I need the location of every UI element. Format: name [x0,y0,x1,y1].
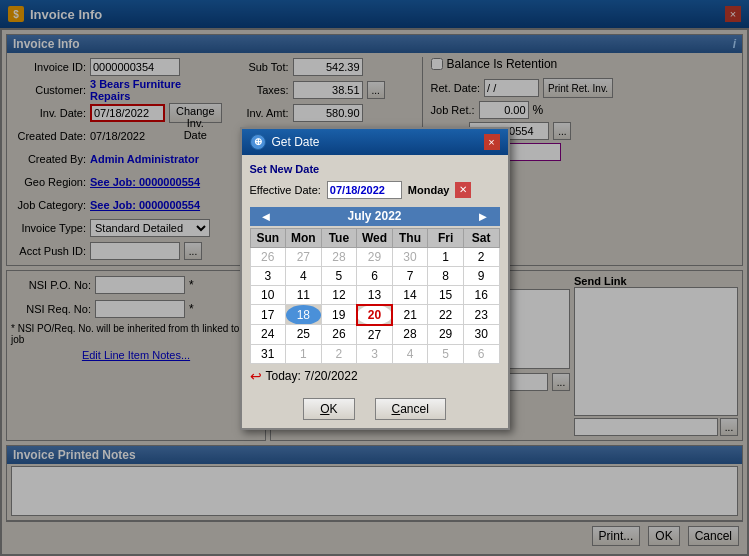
calendar-day[interactable]: 31 [250,344,286,363]
prev-month-button[interactable]: ◄ [256,209,277,224]
calendar-day[interactable]: 19 [321,305,357,325]
next-month-button[interactable]: ► [473,209,494,224]
weekday-header: Sat [463,228,499,247]
weekday-header: Mon [286,228,322,247]
weekday-header: Thu [392,228,428,247]
calendar-day[interactable]: 5 [321,266,357,285]
dialog-icon: ⊕ [250,134,266,150]
today-icon: ↩ [250,368,262,384]
calendar-day[interactable]: 27 [357,325,393,345]
weekday-header: Sun [250,228,286,247]
calendar-day[interactable]: 15 [428,285,464,305]
calendar-day[interactable]: 9 [463,266,499,285]
calendar-day[interactable]: 28 [321,247,357,266]
calendar-day[interactable]: 29 [357,247,393,266]
calendar-day[interactable]: 14 [392,285,428,305]
dialog-ok-label: OK [320,402,337,416]
calendar-day[interactable]: 25 [286,325,322,345]
calendar-day[interactable]: 3 [250,266,286,285]
dialog-footer: OK Cancel [242,392,508,428]
calendar-day[interactable]: 4 [286,266,322,285]
calendar-day[interactable]: 23 [463,305,499,325]
calendar-day[interactable]: 11 [286,285,322,305]
weekday-header: Fri [428,228,464,247]
dialog-ok-button[interactable]: OK [303,398,354,420]
dialog-close-button[interactable]: × [484,134,500,150]
calendar-day[interactable]: 12 [321,285,357,305]
weekday-header: Tue [321,228,357,247]
calendar-nav: ◄ July 2022 ► [250,207,500,226]
effective-date-input[interactable] [327,181,402,199]
dialog-cancel-label: Cancel [392,402,429,416]
calendar-day[interactable]: 4 [392,344,428,363]
calendar-day[interactable]: 6 [463,344,499,363]
dialog-overlay: ⊕ Get Date × Set New Date Effective Date… [0,0,749,556]
calendar-day[interactable]: 10 [250,285,286,305]
calendar-day[interactable]: 5 [428,344,464,363]
calendar-day[interactable]: 18 [286,305,322,325]
calendar-day[interactable]: 28 [392,325,428,345]
calendar-day[interactable]: 27 [286,247,322,266]
calendar-day[interactable]: 20 [357,305,393,325]
calendar-day[interactable]: 26 [321,325,357,345]
calendar-day[interactable]: 29 [428,325,464,345]
dialog-title-bar: ⊕ Get Date × [242,129,508,155]
calendar-day[interactable]: 6 [357,266,393,285]
calendar-day[interactable]: 21 [392,305,428,325]
calendar-day[interactable]: 1 [428,247,464,266]
calendar-day[interactable]: 2 [463,247,499,266]
dialog-body: Set New Date Effective Date: Monday ✕ ◄ … [242,155,508,392]
today-label: Today: 7/20/2022 [266,369,358,383]
weekday-header: Wed [357,228,393,247]
calendar-day[interactable]: 8 [428,266,464,285]
clear-date-button[interactable]: ✕ [455,182,471,198]
calendar-day[interactable]: 22 [428,305,464,325]
calendar-day[interactable]: 16 [463,285,499,305]
calendar-day[interactable]: 3 [357,344,393,363]
calendar-day[interactable]: 17 [250,305,286,325]
calendar-day[interactable]: 2 [321,344,357,363]
calendar-grid: SunMonTueWedThuFriSat 262728293012345678… [250,228,500,364]
calendar-day[interactable]: 7 [392,266,428,285]
calendar-title: July 2022 [347,209,401,223]
day-of-week: Monday [408,184,450,196]
calendar-day[interactable]: 26 [250,247,286,266]
effective-date-label: Effective Date: [250,184,321,196]
set-new-date-label: Set New Date [250,163,500,175]
dialog-title-text: Get Date [272,135,320,149]
calendar-day[interactable]: 13 [357,285,393,305]
get-date-dialog: ⊕ Get Date × Set New Date Effective Date… [240,127,510,430]
calendar-day[interactable]: 30 [392,247,428,266]
calendar-day[interactable]: 24 [250,325,286,345]
dialog-cancel-button[interactable]: Cancel [375,398,446,420]
calendar-day[interactable]: 30 [463,325,499,345]
calendar-day[interactable]: 1 [286,344,322,363]
